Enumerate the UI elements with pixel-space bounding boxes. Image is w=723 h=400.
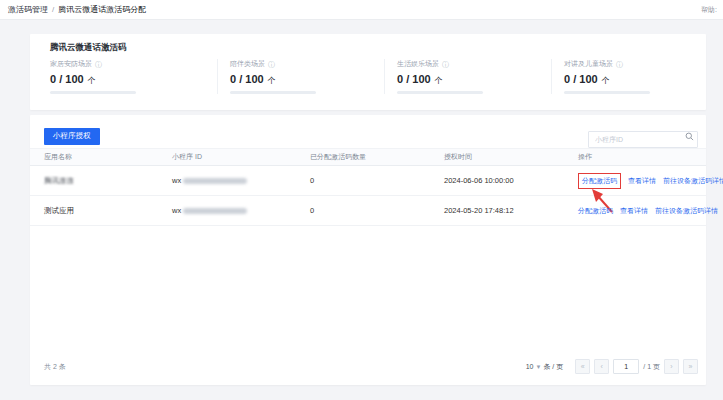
pager-controls: 10 ▼ 条 / 页 « ‹ / 1 页 › » (526, 359, 698, 374)
stat-value: 0 / 100 个 (564, 73, 678, 86)
stat-label: 家居安防场景 (50, 59, 92, 69)
table-card: 小程序授权 应用名称 小程序 ID 已分配激活码数量 授权时间 操作 腾讯连连 … (30, 115, 706, 385)
info-icon[interactable]: ⓘ (268, 61, 275, 68)
allocate-codes-link[interactable]: 分配激活码 (582, 177, 617, 184)
progress-bar (564, 91, 650, 94)
cell-actions: 分配激活码 查看详情 前往设备激活码详情 (578, 176, 723, 186)
info-icon[interactable]: ⓘ (616, 61, 623, 68)
stat-label: 对讲及儿童场景 (564, 59, 613, 69)
table-toolbar: 小程序授权 (30, 115, 706, 148)
cell-miniprogram-id: wx (172, 206, 310, 215)
stat-label: 生活娱乐场景 (397, 59, 439, 69)
miniprogram-authorize-button[interactable]: 小程序授权 (44, 128, 100, 145)
progress-bar (397, 91, 483, 94)
breadcrumb-current: 腾讯云微通话激活码分配 (58, 4, 146, 15)
cell-app-name: 腾讯连连 (44, 176, 172, 186)
last-page-button[interactable]: » (683, 359, 698, 374)
page-number-input[interactable] (613, 359, 639, 374)
topbar-right-text: 帮助: (701, 5, 717, 15)
cell-authorize-time: 2024-06-06 10:00:00 (444, 176, 578, 185)
prev-page-button[interactable]: ‹ (594, 359, 609, 374)
total-count-text: 共 2 条 (44, 362, 66, 372)
pagination: 共 2 条 10 ▼ 条 / 页 « ‹ / 1 页 › » (44, 359, 698, 374)
page-count-text: / 1 页 (643, 362, 660, 372)
search-icon[interactable] (685, 132, 694, 141)
redacted-id-bar (183, 208, 247, 214)
quota-stats: 家居安防场景 ⓘ 0 / 100 个 陪伴类场景 ⓘ 0 / 100 个 生活娱… (30, 54, 706, 94)
table-row: 腾讯连连 wx 0 2024-06-06 10:00:00 分配激活码 查看详情… (30, 166, 706, 196)
info-icon[interactable]: ⓘ (442, 61, 449, 68)
stat-companion: 陪伴类场景 ⓘ 0 / 100 个 (217, 59, 384, 94)
breadcrumb-separator: / (52, 5, 54, 14)
quota-card: 腾讯云微通话激活码 家居安防场景 ⓘ 0 / 100 个 陪伴类场景 ⓘ 0 /… (30, 34, 706, 110)
goto-device-codes-link[interactable]: 前往设备激活码详情 (655, 206, 718, 216)
allocate-codes-link[interactable]: 分配激活码 (578, 206, 613, 216)
col-miniprogram-id: 小程序 ID (172, 152, 310, 162)
col-authorize-time: 授权时间 (444, 152, 578, 162)
table-header: 应用名称 小程序 ID 已分配激活码数量 授权时间 操作 (30, 148, 706, 166)
table-row: 测试应用 wx 0 2024-05-20 17:48:12 分配激活码 查看详情… (30, 196, 706, 226)
first-page-button[interactable]: « (575, 359, 590, 374)
chevron-down-icon: ▼ (535, 364, 541, 370)
stat-value: 0 / 100 个 (397, 73, 543, 86)
quota-card-title: 腾讯云微通话激活码 (30, 34, 706, 54)
col-allocated-count: 已分配激活码数量 (310, 152, 444, 162)
col-app-name: 应用名称 (44, 152, 172, 162)
stat-entertainment: 生活娱乐场景 ⓘ 0 / 100 个 (384, 59, 551, 94)
page-size-select[interactable]: 10 ▼ 条 / 页 (526, 362, 564, 372)
stat-label: 陪伴类场景 (230, 59, 265, 69)
topbar: 激活码管理 / 腾讯云微通话激活码分配 帮助: (0, 0, 723, 20)
cell-miniprogram-id: wx (172, 176, 310, 185)
stat-home-security: 家居安防场景 ⓘ 0 / 100 个 (50, 59, 217, 94)
cell-actions: 分配激活码 查看详情 前往设备激活码详情 (578, 206, 718, 216)
col-actions: 操作 (578, 152, 698, 162)
next-page-button[interactable]: › (664, 359, 679, 374)
cell-app-name: 测试应用 (44, 206, 172, 216)
view-details-link[interactable]: 查看详情 (620, 206, 648, 216)
annotation-highlight-box: 分配激活码 (578, 173, 621, 189)
redacted-id-bar (183, 178, 247, 184)
cell-authorize-time: 2024-05-20 17:48:12 (444, 206, 578, 215)
search-box (588, 128, 698, 145)
cell-allocated-count: 0 (310, 206, 444, 215)
breadcrumb: 激活码管理 / 腾讯云微通话激活码分配 (8, 4, 146, 15)
stat-intercom-kids: 对讲及儿童场景 ⓘ 0 / 100 个 (551, 59, 686, 94)
breadcrumb-parent[interactable]: 激活码管理 (8, 4, 48, 15)
progress-bar (230, 91, 316, 94)
progress-bar (50, 91, 136, 94)
goto-device-codes-link[interactable]: 前往设备激活码详情 (663, 176, 723, 186)
info-icon[interactable]: ⓘ (95, 61, 102, 68)
stat-value: 0 / 100 个 (230, 73, 376, 86)
search-input[interactable] (588, 131, 698, 148)
cell-allocated-count: 0 (310, 176, 444, 185)
stat-value: 0 / 100 个 (50, 73, 209, 86)
view-details-link[interactable]: 查看详情 (628, 176, 656, 186)
